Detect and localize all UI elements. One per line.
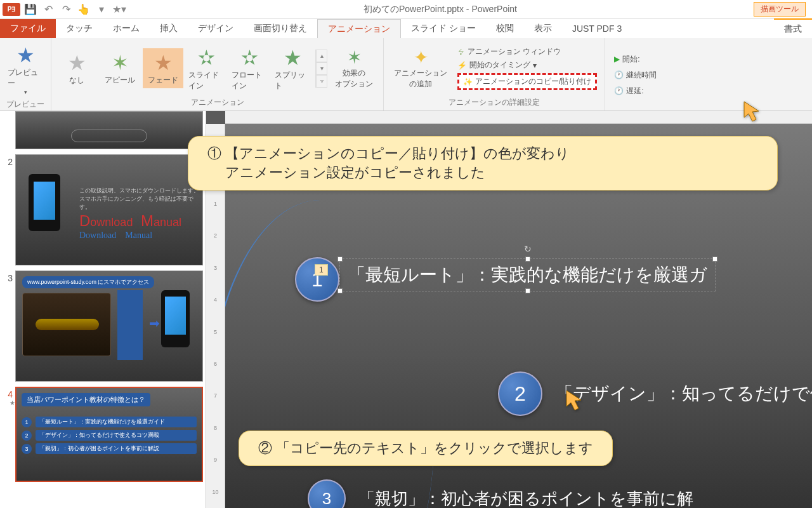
group-animation-gallery: ★なし ✶アピール ★フェード ✫スライドイン ✫フロートイン ★スプリット ▴… [51, 38, 384, 110]
start-row[interactable]: ▶開始: [614, 54, 657, 65]
animation-order-tag[interactable]: 1 [315, 264, 328, 276]
effect-split[interactable]: ★スプリット [272, 43, 313, 94]
svg-marker-1 [566, 391, 581, 410]
gallery-up-icon[interactable]: ▴ [316, 50, 327, 62]
textbox-3-text[interactable]: 「親切」：初心者が困るポイントを事前に解 [358, 488, 693, 509]
resize-handle[interactable] [525, 257, 530, 262]
effect-split-label: スプリット [275, 70, 310, 91]
effect-none-label: なし [69, 75, 84, 86]
gallery-scroll[interactable]: ▴ ▾ ▿ [315, 50, 327, 88]
delay-row[interactable]: 🕐遅延: [614, 86, 657, 97]
trigger-button[interactable]: ⚡開始のタイミング▾ [457, 60, 597, 70]
add-animation-label: アニメーション の追加 [394, 68, 447, 90]
tab-format[interactable]: 書式 [774, 18, 812, 39]
animation-pane-button[interactable]: ⭍アニメーション ウィンドウ [457, 46, 597, 57]
animation-painter-button[interactable]: ✨アニメーションのコピー/貼り付け [457, 73, 597, 90]
effect-options-button[interactable]: ✶ 効果の オプション [330, 44, 378, 92]
tab-justpdf[interactable]: JUST PDF 3 [562, 19, 632, 38]
callout1-line2: アニメーション設定がコピーされました [207, 163, 758, 182]
effect-floatin[interactable]: ✫フロートイン [229, 43, 270, 94]
thumb2-subtitle: この取扱説明、スマホにダウンロードします。 スマホ片手にカンニング、もう暗記は不… [79, 187, 202, 211]
thumb-number: 4 [8, 387, 15, 399]
effect-none[interactable]: ★なし [56, 48, 97, 88]
group-preview: ★ プレビュー ▾ プレビュー [0, 38, 51, 110]
thumb-slide[interactable] [15, 111, 203, 149]
save-icon[interactable]: 💾 [23, 2, 38, 17]
group-label-advanced: アニメーションの詳細設定 [389, 96, 599, 109]
tab-insert[interactable]: 挿入 [150, 19, 188, 38]
anim-pane-icon: ⭍ [457, 48, 465, 57]
thumb4-r3: 「親切」：初心者が困るポイントを事前に解説 [36, 443, 197, 454]
thumb4-r2: 「デザイン」：知ってるだけで使えるコツ満載 [36, 430, 197, 441]
textbox-2-text[interactable]: 「デザイン」：知ってるだけで使えるコツ [555, 382, 812, 406]
clock-icon: 🕐 [614, 70, 624, 79]
star-icon: ✫ [241, 46, 258, 70]
duration-label: 継続時間 [626, 70, 657, 81]
app-icon: P∃ [3, 3, 20, 16]
textbox-1-text: 「最短ルート」：実践的な機能だけを厳選ガ [348, 265, 707, 284]
trigger-label: 開始のタイミング [469, 60, 530, 70]
qat-star-icon[interactable]: ★▾ [112, 2, 127, 17]
tutorial-callout-1: ① 【アニメーションのコピー／貼り付け】の色が変わり アニメーション設定がコピー… [188, 136, 778, 190]
tab-home[interactable]: ホーム [103, 19, 150, 38]
bullet-circle-2[interactable]: 2 [498, 371, 542, 416]
tab-animation[interactable]: アニメーション [317, 19, 401, 38]
effect-appeal[interactable]: ✶アピール [100, 48, 140, 88]
effect-fade[interactable]: ★フェード [143, 48, 183, 88]
star-icon: ✫ [198, 46, 215, 70]
gallery-down-icon[interactable]: ▾ [316, 62, 327, 75]
thumb-number: 2 [3, 154, 15, 265]
effect-fade-label: フェード [148, 75, 178, 86]
effect-floatin-label: フロートイン [232, 70, 267, 91]
star-icon: ★ [68, 51, 86, 75]
star-icon: ★ [154, 51, 173, 75]
touchmode-icon[interactable]: 👆 [76, 2, 91, 17]
tab-slideshow[interactable]: スライド ショー [401, 19, 486, 38]
delay-icon: 🕐 [614, 86, 624, 95]
qat-dropdown-icon[interactable]: ▾ [94, 2, 109, 17]
tutorial-callout-2: ② 「コピー先のテキスト」をクリックで選択します [239, 431, 613, 466]
group-label-animation: アニメーション [56, 96, 378, 109]
duration-row[interactable]: 🕐継続時間 [614, 70, 657, 81]
anim-pane-label: アニメーション ウィンドウ [468, 46, 561, 57]
thumbnail-3[interactable]: 3 www.powerpoint-study.com にスマホでアクセス ➡ [3, 271, 203, 382]
tab-file[interactable]: ファイル [0, 19, 56, 38]
thumb-slide[interactable]: 当店パワーポイント教材の特徴とは？ 1「最短ルート」：実践的な機能だけを厳選ガイ… [15, 387, 203, 482]
rotate-handle-icon[interactable]: ↻ [524, 244, 532, 254]
resize-handle[interactable] [337, 288, 343, 293]
tab-transition[interactable]: 画面切り替え [244, 19, 317, 38]
tab-view[interactable]: 表示 [524, 19, 562, 38]
undo-icon[interactable]: ↶ [41, 2, 56, 17]
thumb-slide[interactable]: www.powerpoint-study.com にスマホでアクセス ➡ [15, 271, 203, 382]
thumbnail-4[interactable]: 4 ★ 当店パワーポイント教材の特徴とは？ 1「最短ルート」：実践的な機能だけを… [3, 387, 203, 482]
thumbnail-1[interactable] [3, 114, 203, 149]
tab-review[interactable]: 校閲 [486, 19, 524, 38]
thumbnail-2[interactable]: 2 この取扱説明、スマホにダウンロードします。 スマホ片手にカンニング、もう暗記… [3, 154, 203, 265]
preview-button[interactable]: ★ プレビュー ▾ [5, 41, 46, 98]
add-animation-button[interactable]: ✦ アニメーション の追加 [389, 44, 452, 92]
preview-star-icon: ★ [16, 43, 35, 67]
redo-icon[interactable]: ↷ [58, 2, 74, 17]
thumb2-download: ownload [90, 216, 133, 229]
thumbnail-panel[interactable]: 2 この取扱説明、スマホにダウンロードします。 スマホ片手にカンニング、もう暗記… [0, 111, 206, 508]
resize-handle[interactable] [525, 288, 530, 293]
effect-appeal-label: アピール [105, 75, 135, 86]
tutorial-cursor-2 [563, 387, 589, 413]
star-icon: ✶ [112, 51, 129, 75]
bullet-circle-3[interactable]: 3 [308, 479, 346, 508]
effect-options-icon: ✶ [347, 47, 362, 68]
delay-label: 遅延: [626, 86, 643, 97]
thumb-slide[interactable]: この取扱説明、スマホにダウンロードします。 スマホ片手にカンニング、もう暗記は不… [15, 154, 203, 265]
quick-access-toolbar: P∃ 💾 ↶ ↷ 👆 ▾ ★▾ [0, 2, 127, 17]
resize-handle[interactable] [712, 257, 717, 262]
svg-marker-0 [744, 102, 759, 121]
effect-slidein[interactable]: ✫スライドイン [186, 43, 226, 94]
resize-handle[interactable] [337, 257, 343, 262]
tab-design[interactable]: デザイン [188, 19, 244, 38]
tab-touch[interactable]: タッチ [56, 19, 103, 38]
thumb-number: 3 [3, 271, 15, 382]
textbox-1-selected[interactable]: 1 ↻ 「最短ルート」：実践的な機能だけを厳選ガ [339, 258, 716, 291]
thumb-number [3, 114, 15, 149]
animation-indicator-icon: ★ [10, 399, 15, 406]
gallery-more-icon[interactable]: ▿ [316, 75, 327, 88]
